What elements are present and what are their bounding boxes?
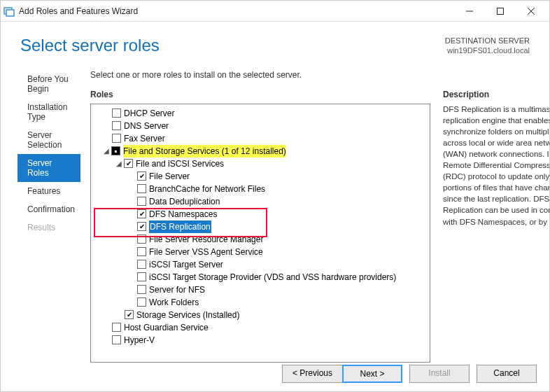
destination-server-block: DESTINATION SERVER win19DFS01.cloud.loca… [445,36,530,56]
checkbox-partial[interactable] [111,146,120,155]
step-features[interactable]: Features [17,182,80,200]
checkbox-checked[interactable] [125,310,134,319]
role-dhcp-server[interactable]: DHCP Server [124,107,174,120]
checkbox-checked[interactable] [137,172,146,181]
role-fsrm[interactable]: File Server Resource Manager [149,233,263,246]
checkbox[interactable] [137,234,146,244]
roles-tree[interactable]: DHCP Server DNS Server Fax Server ◢File … [90,104,430,363]
step-installation-type[interactable]: Installation Type [17,98,80,126]
step-before-you-begin[interactable]: Before You Begin [17,70,80,98]
content: Before You Begin Installation Type Serve… [1,62,549,363]
checkbox-checked[interactable] [137,209,146,218]
role-dfs-replication[interactable]: DFS Replication [149,220,211,233]
checkbox[interactable] [112,108,121,118]
role-host-guardian[interactable]: Host Guardian Service [124,321,209,334]
checkbox[interactable] [112,323,121,332]
checkbox[interactable] [112,121,121,130]
step-results: Results [17,218,80,237]
svg-rect-1 [6,10,14,16]
instruction-text: Select one or more roles to install on t… [90,70,550,80]
checkbox[interactable] [112,335,121,344]
role-server-for-nfs[interactable]: Server for NFS [149,284,205,296]
checkbox[interactable] [137,298,146,307]
install-button: Install [409,365,470,383]
checkbox[interactable] [137,272,146,281]
roles-label: Roles [90,90,430,99]
role-fax-server[interactable]: Fax Server [124,132,165,145]
cancel-button[interactable]: Cancel [477,365,537,383]
checkbox[interactable] [137,197,146,206]
checkbox[interactable] [137,285,146,294]
role-dfs-namespaces[interactable]: DFS Namespaces [149,208,217,220]
app-icon [3,6,15,17]
destination-server: win19DFS01.cloud.local [445,46,530,55]
step-server-selection[interactable]: Server Selection [17,126,80,154]
checkbox-checked[interactable] [137,222,146,231]
role-dns-server[interactable]: DNS Server [124,120,169,132]
maximize-button[interactable] [485,1,516,21]
role-storage-services[interactable]: Storage Services (Installed) [136,309,239,321]
roles-column: Roles DHCP Server DNS Server Fax Server … [90,90,430,363]
close-button[interactable] [516,1,547,21]
checkbox[interactable] [137,247,146,256]
role-iscsi-target-storage[interactable]: iSCSI Target Storage Provider (VDS and V… [149,271,396,284]
role-hyper-v[interactable]: Hyper-V [124,334,155,346]
role-file-iscsi-services[interactable]: File and iSCSI Services [136,158,224,170]
minimize-button[interactable] [454,1,485,21]
role-iscsi-target-server[interactable]: iSCSI Target Server [149,258,223,271]
role-file-storage-services[interactable]: File and Storage Services (1 of 12 insta… [123,145,286,158]
role-vss-agent[interactable]: File Server VSS Agent Service [149,246,263,258]
main-panel: Select one or more roles to install on t… [80,62,550,363]
role-work-folders[interactable]: Work Folders [149,296,199,309]
role-file-server[interactable]: File Server [149,170,190,183]
checkbox-checked[interactable] [124,159,133,168]
description-label: Description [443,90,550,99]
collapse-icon[interactable]: ◢ [102,145,111,158]
svg-rect-3 [498,8,504,14]
role-branchcache[interactable]: BranchCache for Network Files [149,183,265,195]
checkbox[interactable] [137,260,146,269]
destination-label: DESTINATION SERVER [445,36,530,46]
step-confirmation[interactable]: Confirmation [17,200,80,218]
collapse-icon[interactable]: ◢ [115,158,123,170]
checkbox[interactable] [112,134,121,143]
page-title: Select server roles [20,36,445,55]
description-column: Description DFS Replication is a multima… [443,90,550,363]
step-server-roles[interactable]: Server Roles [17,154,80,182]
footer-buttons: < Previous Next > Install Cancel [282,365,537,383]
header: Select server roles DESTINATION SERVER w… [1,22,549,62]
description-text: DFS Replication is a multimaster replica… [443,104,550,227]
wizard-steps: Before You Begin Installation Type Serve… [17,62,80,363]
previous-button[interactable]: < Previous [282,365,342,383]
checkbox[interactable] [137,184,146,193]
titlebar: Add Roles and Features Wizard [1,1,549,22]
role-data-dedup[interactable]: Data Deduplication [149,195,220,208]
window-title: Add Roles and Features Wizard [19,6,454,16]
next-button[interactable]: Next > [342,365,402,383]
